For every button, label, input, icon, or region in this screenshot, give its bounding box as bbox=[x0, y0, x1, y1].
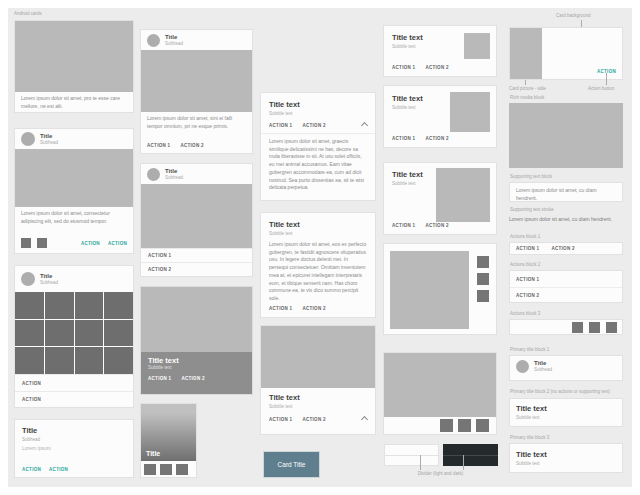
thumbnail-icon[interactable] bbox=[606, 322, 617, 333]
action-button[interactable]: ACTION 2 bbox=[425, 223, 448, 228]
card-subhead: Subhead bbox=[22, 437, 126, 443]
action-list-row[interactable]: ACTION bbox=[15, 374, 133, 391]
action-button[interactable]: ACTION 1 bbox=[269, 123, 292, 128]
action-button[interactable]: ACTION 1 bbox=[148, 253, 171, 258]
card-subtitle: Subtitle text bbox=[269, 404, 367, 410]
action-list-row[interactable]: ACTION 2 bbox=[141, 262, 252, 276]
card-thumb-right-large: Title text Subtitle text ACTION 1 ACTION… bbox=[383, 162, 497, 235]
action-button[interactable]: ACTION 2 bbox=[425, 136, 448, 141]
connector-line bbox=[581, 20, 582, 27]
media-image bbox=[141, 184, 252, 248]
action-button[interactable]: ACTION 2 bbox=[551, 246, 574, 251]
grid-tile[interactable] bbox=[75, 320, 104, 347]
thumbnail-icon[interactable] bbox=[477, 273, 489, 285]
grid-tile[interactable] bbox=[75, 292, 104, 319]
card-title: Title text bbox=[392, 33, 423, 42]
action-list-row[interactable]: ACTION 1 bbox=[141, 248, 252, 262]
action-button[interactable]: ACTION 2 bbox=[180, 143, 203, 148]
primary-title-block-2: Title text Subtitle text bbox=[509, 398, 623, 427]
supporting-text-stroke: Lorem ipsum dolor sit amet, cu diam hend… bbox=[509, 216, 623, 224]
action-group: ACTION 1 ACTION 2 bbox=[269, 417, 326, 422]
action-row: ACTION 1 ACTION 2 bbox=[269, 123, 367, 128]
thumbnail-icon[interactable] bbox=[176, 464, 188, 475]
thumbnail-icon[interactable] bbox=[589, 322, 600, 333]
thumbnail-image bbox=[436, 168, 490, 222]
action-button[interactable]: ACTION 2 bbox=[181, 376, 204, 381]
grid-tile[interactable] bbox=[104, 292, 133, 319]
action-button[interactable]: ACTION 1 bbox=[147, 143, 170, 148]
divider-swatch-light bbox=[384, 444, 439, 466]
card-subtitle: Subtitle text bbox=[392, 105, 416, 111]
card-subtitle: Subtitle text bbox=[392, 44, 416, 50]
grid-tile[interactable] bbox=[45, 292, 74, 319]
chevron-up-icon[interactable] bbox=[361, 122, 368, 129]
grid-tile[interactable] bbox=[75, 347, 104, 374]
action-button[interactable]: ACTION 2 bbox=[148, 267, 171, 272]
card-title: Title text bbox=[269, 393, 367, 402]
action-button[interactable]: ACTION bbox=[108, 241, 127, 246]
grid-tile[interactable] bbox=[15, 292, 44, 319]
card-title-button[interactable]: Card Title bbox=[263, 451, 320, 478]
action-button[interactable]: ACTION 2 bbox=[516, 293, 539, 298]
card-subtitle: Subtitle text bbox=[269, 111, 367, 117]
action-button[interactable]: ACTION 2 bbox=[425, 65, 448, 70]
action-button[interactable]: ACTION bbox=[22, 467, 41, 472]
action-button[interactable]: ACTION 2 bbox=[302, 123, 325, 128]
thumbnail-icon[interactable] bbox=[458, 419, 471, 432]
action-button[interactable]: ACTION 2 bbox=[302, 306, 325, 311]
thumbnail-icon[interactable] bbox=[477, 256, 489, 268]
action-button[interactable]: ACTION bbox=[81, 241, 100, 246]
thumbnail-icon[interactable] bbox=[21, 238, 31, 248]
action-button[interactable]: ACTION bbox=[22, 397, 41, 402]
action-button[interactable]: ACTION 1 bbox=[392, 136, 415, 141]
thumbnail-icon[interactable] bbox=[37, 238, 47, 248]
action-list-row[interactable]: ACTION 2 bbox=[510, 287, 622, 302]
grid-tile[interactable] bbox=[104, 320, 133, 347]
action-button[interactable]: ACTION 1 bbox=[516, 277, 539, 282]
thumbnail-icon[interactable] bbox=[476, 419, 489, 432]
card-media-side-icons bbox=[383, 243, 497, 335]
action-button[interactable]: ACTION 1 bbox=[148, 376, 171, 381]
connector-line bbox=[420, 455, 421, 470]
action-button[interactable]: ACTION 1 bbox=[516, 246, 539, 251]
card-title: Title bbox=[22, 426, 126, 435]
expanded-text: Lorem ipsum dolor sit amet, graecis simi… bbox=[261, 134, 375, 196]
thumbnail-icon[interactable] bbox=[144, 464, 156, 475]
card-avatar-media-text-actions: Title Subhead Lorem ipsum dolor sit amet… bbox=[14, 128, 134, 254]
card-header: Title Subhead bbox=[15, 129, 133, 149]
action-button[interactable]: ACTION 1 bbox=[392, 223, 415, 228]
action-button[interactable]: ACTION 1 bbox=[269, 306, 292, 311]
connector-line bbox=[606, 73, 607, 85]
grid-tile[interactable] bbox=[104, 347, 133, 374]
media-image bbox=[141, 287, 252, 352]
grid-tile[interactable] bbox=[15, 320, 44, 347]
action-button[interactable]: ACTION 1 bbox=[392, 65, 415, 70]
card-subhead: Subhead bbox=[40, 140, 58, 146]
card-title: Title bbox=[534, 359, 552, 367]
supporting-text-stroke-annotation: Supporting text stroke bbox=[510, 207, 554, 212]
thumbnail-icon[interactable] bbox=[440, 419, 453, 432]
header-text: Title Subhead bbox=[40, 272, 58, 286]
header-text: Title Subhead bbox=[165, 167, 183, 181]
chevron-up-icon[interactable] bbox=[361, 416, 368, 423]
thumbnail-icon[interactable] bbox=[477, 290, 489, 302]
grid-tile[interactable] bbox=[45, 347, 74, 374]
action-list-row[interactable]: ACTION bbox=[15, 391, 133, 407]
action-button[interactable]: ACTION 2 bbox=[302, 417, 325, 422]
card-subtitle: Subtitle text bbox=[392, 181, 416, 187]
action-list-row[interactable]: ACTION 1 bbox=[510, 271, 622, 287]
grid-tile[interactable] bbox=[45, 320, 74, 347]
card-text-actions: Title text Subtitle text Lorem ipsum dol… bbox=[260, 212, 376, 318]
action-row: ACTION 1 ACTION 2 bbox=[269, 417, 367, 422]
thumbnail-icon[interactable] bbox=[160, 464, 172, 475]
action-button[interactable]: ACTION bbox=[22, 381, 41, 386]
media-image bbox=[15, 21, 133, 92]
action-button[interactable]: ACTION 1 bbox=[269, 417, 292, 422]
avatar bbox=[516, 360, 529, 373]
thumbnail-icon[interactable] bbox=[572, 322, 583, 333]
grid-tile[interactable] bbox=[15, 347, 44, 374]
card-image-overlay: Title text Subtitle text ACTION 1 ACTION… bbox=[140, 286, 253, 395]
supporting-text: Lorem ipsum dolor sit amet, eos ex perfe… bbox=[269, 241, 367, 303]
avatar bbox=[147, 34, 160, 47]
action-button[interactable]: ACTION bbox=[49, 467, 68, 472]
